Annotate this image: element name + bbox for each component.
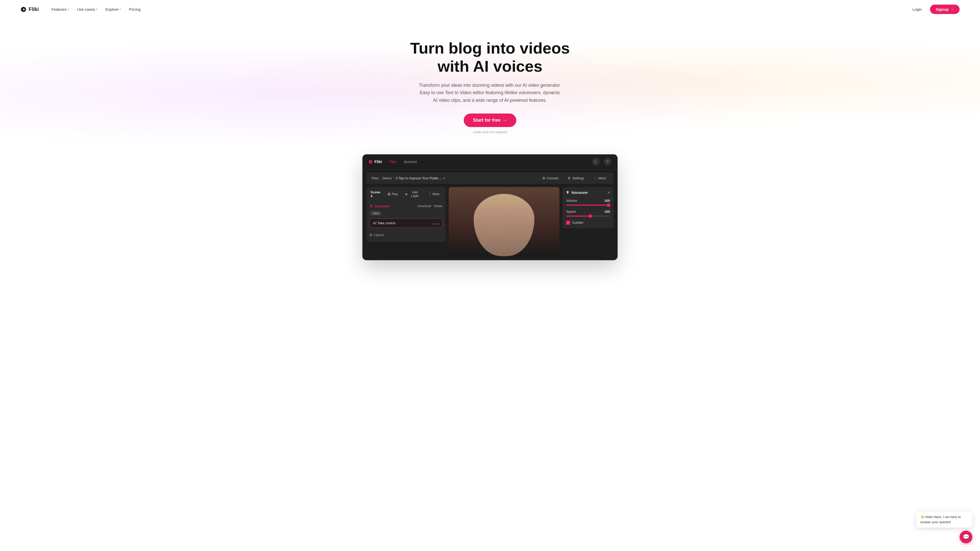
subtitle-label: Subtitle [572, 221, 583, 224]
add-icon: ⊕ [405, 192, 407, 196]
nav-links: Features ▾ Use cases ▾ Explore ▾ Pricing [48, 5, 144, 14]
play-button[interactable]: ▶ Play [385, 191, 400, 197]
center-panel [445, 187, 563, 256]
fliki-logo-icon [21, 6, 27, 13]
nav-right: Login Signup → [908, 5, 959, 14]
logo-text: Fliki [29, 6, 39, 12]
chevron-down-icon: ▾ [96, 8, 97, 11]
breadcrumb-path: Files › Demo › 3 Tips to Improve Your Pu… [372, 176, 445, 180]
voiceover-panel-close[interactable]: × [608, 191, 610, 195]
volume-label: Volume [566, 199, 577, 203]
hero-cta-button[interactable]: Start for free → [464, 114, 516, 127]
navbar: Fliki Features ▾ Use cases ▾ Explore ▾ P… [0, 0, 980, 19]
microphone-panel-icon: 🎙 [566, 191, 570, 195]
scene-more-button[interactable]: ⋮ More [426, 191, 442, 197]
signup-button[interactable]: Signup → [930, 5, 959, 14]
login-button[interactable]: Login [908, 5, 926, 14]
breadcrumb-current[interactable]: 3 Tips to Improve Your Public ... ▾ [396, 176, 445, 180]
voiceover-row: 🎙 Voiceover Download Delete [369, 204, 442, 208]
breadcrumb-sep-2: › [393, 176, 394, 180]
settings-button[interactable]: ⚙ Settings [565, 175, 587, 181]
breadcrumb-files[interactable]: Files [372, 176, 379, 180]
nav-features[interactable]: Features ▾ [48, 5, 73, 14]
voiceover-actions: Download Delete [417, 204, 442, 208]
more-icon: ⋮ [593, 176, 597, 180]
subtitle-row: ✓ Subtitle [566, 221, 610, 225]
mockup-nav-right: ☾ ? [592, 158, 611, 165]
nav-pricing[interactable]: Pricing [125, 5, 144, 14]
more-button[interactable]: ⋮ More [591, 175, 608, 181]
left-panel: Scene 4 ▶ Play ⊕ Add Layer ⋮ More [366, 187, 445, 256]
volume-slider-track[interactable] [566, 205, 610, 206]
mockup-topbar: Fliki Files Account ☾ ? [363, 154, 617, 169]
volume-control: Volume 100 [566, 199, 610, 206]
dots-icon: ⋮ [428, 192, 431, 196]
video-thumbnail [449, 187, 559, 256]
voiceover-text-box[interactable]: #2 Take control. 00:02 [369, 218, 442, 228]
video-preview [449, 187, 559, 256]
breadcrumb-bar: Files › Demo › 3 Tips to Improve Your Pu… [366, 172, 614, 184]
arrow-icon: → [950, 7, 954, 11]
dark-mode-toggle[interactable]: ☾ [592, 158, 600, 165]
fliki-small-icon [369, 160, 372, 164]
mockup-body: Scene 4 ▶ Play ⊕ Add Layer ⋮ More [363, 187, 617, 260]
microphone-icon: 🎙 [369, 204, 373, 208]
speed-label-row: Speed 100 [566, 210, 610, 213]
nav-explore[interactable]: Explore ▾ [102, 5, 124, 14]
layout-row[interactable]: ⊞ Layout [369, 231, 442, 239]
mockup-nav-left: Fliki Files Account [369, 159, 417, 164]
convert-button[interactable]: ⚙ Convert [540, 175, 561, 181]
mockup-logo[interactable]: Fliki [369, 159, 382, 164]
mockup-nav-account[interactable]: Account [404, 160, 417, 164]
speed-slider-thumb[interactable] [589, 214, 592, 218]
breadcrumb-sep-1: › [380, 176, 381, 180]
scene-title: Scene 4 [371, 190, 382, 198]
speed-slider-track[interactable] [566, 216, 610, 217]
speed-value: 100 [605, 210, 610, 213]
volume-label-row: Volume 100 [566, 199, 610, 203]
voiceover-settings-panel: 🎙 Voiceover × Volume 100 [563, 187, 614, 228]
voiceover-label: 🎙 Voiceover [369, 204, 390, 208]
mockup-wrapper: Fliki Files Account ☾ ? Files › Demo › 3… [0, 144, 980, 260]
nav-left: Fliki Features ▾ Use cases ▾ Explore ▾ P… [21, 5, 144, 14]
breadcrumb-actions: ⚙ Convert ⚙ Settings ⋮ More [540, 175, 608, 181]
app-mockup: Fliki Files Account ☾ ? Files › Demo › 3… [363, 154, 617, 260]
volume-slider-thumb[interactable] [607, 203, 611, 207]
breadcrumb-dropdown-icon: ▾ [444, 176, 445, 180]
convert-icon: ⚙ [542, 176, 546, 180]
hero-section: Turn blog into videos with AI voices Tra… [0, 19, 980, 144]
hero-description: Transform your ideas into stunning video… [418, 82, 562, 104]
arrow-icon: → [503, 118, 507, 123]
voiceover-time: 00:02 [433, 222, 440, 225]
voice-name-badge[interactable]: Sara [369, 211, 382, 216]
speed-control: Speed 100 [566, 210, 610, 217]
voiceover-panel-header: 🎙 Voiceover × [566, 191, 610, 195]
voiceover-panel-title: 🎙 Voiceover [566, 191, 588, 195]
chevron-down-icon: ▾ [68, 8, 69, 11]
settings-icon: ⚙ [568, 176, 571, 180]
speed-slider-fill [566, 216, 590, 217]
chat-widget: 👋 Hello there, I am here to answer your … [916, 511, 972, 543]
chevron-down-icon: ▾ [119, 8, 121, 11]
subtitle-checkbox[interactable]: ✓ [566, 221, 570, 225]
scene-content: 🎙 Voiceover Download Delete Sara #2 Take… [366, 201, 445, 242]
scene-header: Scene 4 ▶ Play ⊕ Add Layer ⋮ More [366, 187, 445, 201]
nav-usecases[interactable]: Use cases ▾ [73, 5, 101, 14]
right-panel: 🎙 Voiceover × Volume 100 [563, 187, 614, 256]
volume-value: 100 [605, 199, 610, 203]
help-button[interactable]: ? [604, 158, 611, 165]
download-voiceover-link[interactable]: Download [417, 204, 431, 208]
chat-icon: 💬 [963, 534, 969, 540]
hero-cta-note: credit card not required [5, 130, 975, 134]
chat-bubble: 👋 Hello there, I am here to answer your … [916, 511, 972, 527]
add-layer-button[interactable]: ⊕ Add Layer [403, 189, 423, 199]
breadcrumb-demo[interactable]: Demo [383, 176, 391, 180]
delete-voiceover-link[interactable]: Delete [434, 204, 442, 208]
layout-icon: ⊞ [369, 233, 372, 237]
volume-slider-fill [566, 205, 610, 206]
mockup-nav-files[interactable]: Files [389, 160, 397, 164]
chat-open-button[interactable]: 💬 [959, 530, 972, 543]
layout-label: Layout [374, 233, 384, 237]
logo[interactable]: Fliki [21, 6, 39, 13]
hero-title: Turn blog into videos with AI voices [401, 39, 579, 76]
